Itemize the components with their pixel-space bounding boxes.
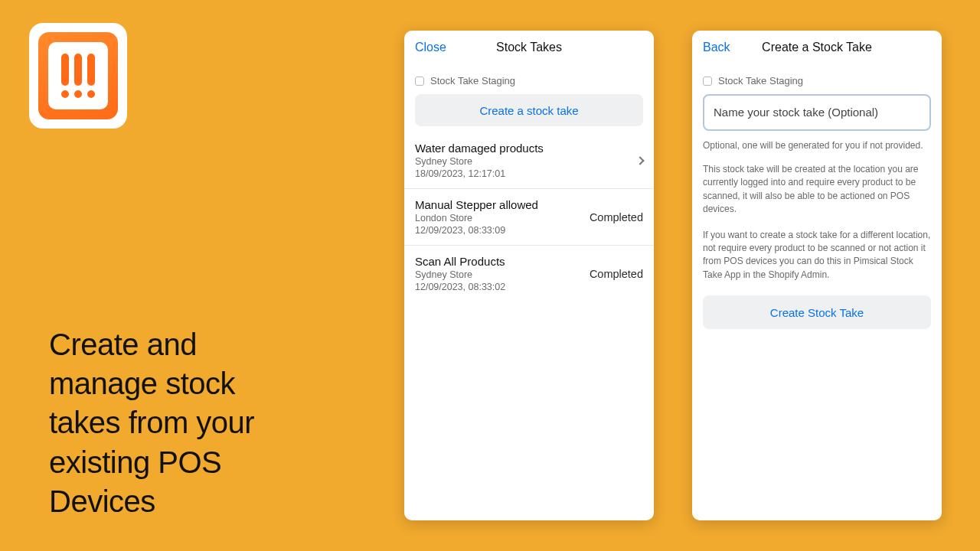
row-title: Water damaged products: [415, 142, 637, 155]
stock-take-row[interactable]: Water damaged products Sydney Store 18/0…: [404, 132, 654, 189]
topbar: Close Stock Takes: [404, 31, 654, 64]
row-datetime: 18/09/2023, 12:17:01: [415, 168, 637, 179]
back-button[interactable]: Back: [703, 31, 730, 64]
create-stock-take-button[interactable]: Create a stock take: [415, 94, 643, 126]
row-store: Sydney Store: [415, 269, 590, 280]
staging-label: Stock Take Staging: [718, 75, 803, 86]
staging-label: Stock Take Staging: [430, 75, 515, 86]
topbar: Back Create a Stock Take: [692, 31, 942, 64]
name-input[interactable]: [714, 106, 920, 119]
row-datetime: 12/09/2023, 08:33:02: [415, 282, 590, 292]
create-stock-take-button[interactable]: Create Stock Take: [703, 295, 931, 329]
screen-title: Create a Stock Take: [762, 41, 872, 54]
info-paragraph-2: If you want to create a stock take for a…: [703, 229, 931, 282]
app-logo: [29, 23, 127, 129]
staging-row: Stock Take Staging: [692, 64, 942, 94]
app-logo-inner: [38, 32, 118, 119]
chevron-right-icon: [635, 156, 644, 165]
staging-row: Stock Take Staging: [404, 64, 654, 94]
stock-take-list: Water damaged products Sydney Store 18/0…: [404, 132, 654, 302]
row-title: Manual Stepper allowed: [415, 198, 590, 211]
close-button[interactable]: Close: [415, 31, 446, 64]
screen-stock-takes: Close Stock Takes Stock Take Staging Cre…: [404, 31, 654, 520]
row-store: London Store: [415, 213, 590, 223]
row-store: Sydney Store: [415, 156, 637, 167]
store-icon: [415, 77, 424, 86]
info-paragraph-1: This stock take will be created at the l…: [703, 163, 931, 217]
row-status: Completed: [590, 211, 643, 223]
row-title: Scan All Products: [415, 255, 590, 268]
screen-create-stock-take: Back Create a Stock Take Stock Take Stag…: [692, 31, 942, 520]
stock-take-row[interactable]: Manual Stepper allowed London Store 12/0…: [404, 189, 654, 246]
row-datetime: 12/09/2023, 08:33:09: [415, 225, 590, 236]
name-hint: Optional, one will be generated for you …: [703, 140, 931, 151]
screen-title: Stock Takes: [496, 41, 562, 54]
name-field-wrap[interactable]: [703, 94, 931, 131]
hero-headline: Create and manage stock takes from your …: [49, 325, 279, 521]
stock-take-row[interactable]: Scan All Products Sydney Store 12/09/202…: [404, 246, 654, 302]
app-logo-glyph: [48, 42, 108, 109]
store-icon: [703, 77, 712, 86]
row-status: Completed: [590, 268, 643, 280]
